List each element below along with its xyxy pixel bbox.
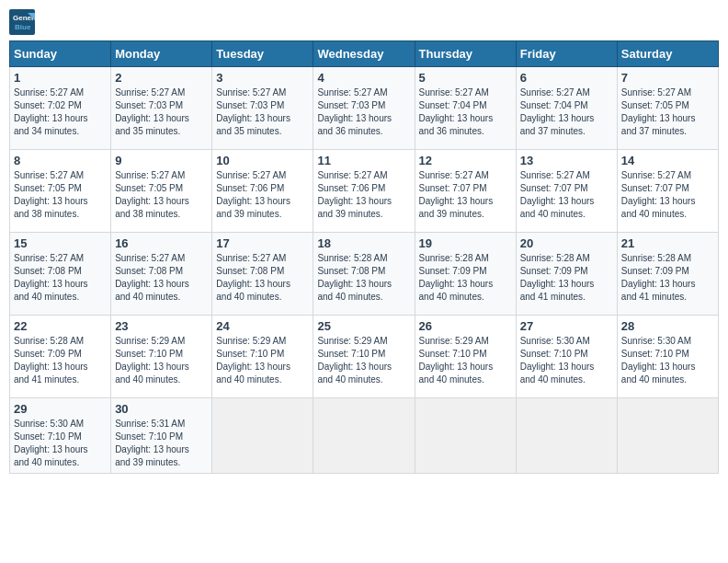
calendar-cell-1: 1Sunrise: 5:27 AM Sunset: 7:02 PM Daylig… bbox=[10, 67, 111, 150]
day-info: Sunrise: 5:28 AM Sunset: 7:09 PM Dayligh… bbox=[621, 252, 714, 304]
day-info: Sunrise: 5:31 AM Sunset: 7:10 PM Dayligh… bbox=[115, 418, 208, 469]
calendar-week-5: 29Sunrise: 5:30 AM Sunset: 7:10 PM Dayli… bbox=[10, 398, 719, 474]
day-info: Sunrise: 5:27 AM Sunset: 7:07 PM Dayligh… bbox=[520, 169, 613, 221]
day-info: Sunrise: 5:27 AM Sunset: 7:06 PM Dayligh… bbox=[317, 169, 410, 221]
day-info: Sunrise: 5:27 AM Sunset: 7:05 PM Dayligh… bbox=[115, 169, 208, 221]
day-info: Sunrise: 5:30 AM Sunset: 7:10 PM Dayligh… bbox=[14, 418, 107, 469]
day-info: Sunrise: 5:29 AM Sunset: 7:10 PM Dayligh… bbox=[419, 335, 512, 386]
day-number: 19 bbox=[419, 236, 512, 250]
day-info: Sunrise: 5:27 AM Sunset: 7:06 PM Dayligh… bbox=[216, 169, 309, 221]
day-number: 30 bbox=[115, 402, 208, 416]
svg-text:Blue: Blue bbox=[15, 23, 31, 31]
day-info: Sunrise: 5:27 AM Sunset: 7:08 PM Dayligh… bbox=[216, 252, 309, 304]
day-number: 24 bbox=[216, 319, 309, 333]
day-number: 21 bbox=[621, 236, 714, 250]
day-info: Sunrise: 5:27 AM Sunset: 7:07 PM Dayligh… bbox=[621, 169, 714, 221]
calendar-week-1: 1Sunrise: 5:27 AM Sunset: 7:02 PM Daylig… bbox=[10, 67, 719, 150]
calendar-header: SundayMondayTuesdayWednesdayThursdayFrid… bbox=[10, 41, 719, 67]
day-info: Sunrise: 5:27 AM Sunset: 7:05 PM Dayligh… bbox=[14, 169, 107, 221]
column-header-thursday: Thursday bbox=[415, 41, 516, 67]
calendar-cell-10: 10Sunrise: 5:27 AM Sunset: 7:06 PM Dayli… bbox=[212, 150, 313, 233]
day-number: 12 bbox=[419, 154, 512, 167]
calendar-cell-24: 24Sunrise: 5:29 AM Sunset: 7:10 PM Dayli… bbox=[212, 316, 313, 398]
day-number: 14 bbox=[621, 154, 714, 167]
calendar-cell-empty bbox=[313, 398, 415, 474]
day-number: 29 bbox=[14, 402, 107, 416]
day-info: Sunrise: 5:27 AM Sunset: 7:05 PM Dayligh… bbox=[621, 86, 714, 138]
day-info: Sunrise: 5:28 AM Sunset: 7:08 PM Dayligh… bbox=[317, 252, 410, 304]
column-header-sunday: Sunday bbox=[10, 41, 111, 67]
day-number: 28 bbox=[621, 319, 714, 333]
calendar-cell-2: 2Sunrise: 5:27 AM Sunset: 7:03 PM Daylig… bbox=[111, 67, 212, 150]
day-number: 27 bbox=[520, 319, 613, 333]
calendar-cell-14: 14Sunrise: 5:27 AM Sunset: 7:07 PM Dayli… bbox=[617, 150, 718, 233]
day-number: 3 bbox=[216, 71, 309, 85]
day-number: 25 bbox=[317, 319, 410, 333]
calendar-table: SundayMondayTuesdayWednesdayThursdayFrid… bbox=[9, 40, 719, 474]
column-header-friday: Friday bbox=[516, 41, 617, 67]
calendar-cell-16: 16Sunrise: 5:27 AM Sunset: 7:08 PM Dayli… bbox=[111, 233, 212, 316]
calendar-cell-3: 3Sunrise: 5:27 AM Sunset: 7:03 PM Daylig… bbox=[212, 67, 313, 150]
calendar-cell-17: 17Sunrise: 5:27 AM Sunset: 7:08 PM Dayli… bbox=[212, 233, 313, 316]
calendar-cell-21: 21Sunrise: 5:28 AM Sunset: 7:09 PM Dayli… bbox=[617, 233, 718, 316]
calendar-week-2: 8Sunrise: 5:27 AM Sunset: 7:05 PM Daylig… bbox=[10, 150, 719, 233]
day-number: 16 bbox=[115, 236, 208, 250]
day-info: Sunrise: 5:27 AM Sunset: 7:04 PM Dayligh… bbox=[520, 86, 613, 138]
day-info: Sunrise: 5:27 AM Sunset: 7:07 PM Dayligh… bbox=[419, 169, 512, 221]
day-number: 22 bbox=[14, 319, 107, 333]
day-number: 9 bbox=[115, 154, 208, 167]
calendar-cell-25: 25Sunrise: 5:29 AM Sunset: 7:10 PM Dayli… bbox=[313, 316, 415, 398]
day-number: 10 bbox=[216, 154, 309, 167]
day-info: Sunrise: 5:27 AM Sunset: 7:04 PM Dayligh… bbox=[419, 86, 512, 138]
day-number: 20 bbox=[520, 236, 613, 250]
calendar-cell-27: 27Sunrise: 5:30 AM Sunset: 7:10 PM Dayli… bbox=[516, 316, 617, 398]
calendar-cell-8: 8Sunrise: 5:27 AM Sunset: 7:05 PM Daylig… bbox=[10, 150, 111, 233]
calendar-cell-28: 28Sunrise: 5:30 AM Sunset: 7:10 PM Dayli… bbox=[617, 316, 718, 398]
calendar-cell-7: 7Sunrise: 5:27 AM Sunset: 7:05 PM Daylig… bbox=[617, 67, 718, 150]
calendar-week-4: 22Sunrise: 5:28 AM Sunset: 7:09 PM Dayli… bbox=[10, 316, 719, 398]
day-number: 8 bbox=[14, 154, 107, 167]
day-info: Sunrise: 5:29 AM Sunset: 7:10 PM Dayligh… bbox=[317, 335, 410, 386]
calendar-cell-30: 30Sunrise: 5:31 AM Sunset: 7:10 PM Dayli… bbox=[111, 398, 212, 474]
calendar-cell-6: 6Sunrise: 5:27 AM Sunset: 7:04 PM Daylig… bbox=[516, 67, 617, 150]
day-number: 13 bbox=[520, 154, 613, 167]
calendar-week-3: 15Sunrise: 5:27 AM Sunset: 7:08 PM Dayli… bbox=[10, 233, 719, 316]
calendar-cell-19: 19Sunrise: 5:28 AM Sunset: 7:09 PM Dayli… bbox=[415, 233, 516, 316]
day-number: 7 bbox=[621, 71, 714, 85]
calendar-cell-empty bbox=[415, 398, 516, 474]
logo-icon: General Blue bbox=[9, 9, 35, 35]
day-info: Sunrise: 5:28 AM Sunset: 7:09 PM Dayligh… bbox=[520, 252, 613, 304]
day-number: 1 bbox=[14, 71, 107, 85]
column-header-wednesday: Wednesday bbox=[313, 41, 415, 67]
calendar-body: 1Sunrise: 5:27 AM Sunset: 7:02 PM Daylig… bbox=[10, 67, 719, 474]
day-info: Sunrise: 5:30 AM Sunset: 7:10 PM Dayligh… bbox=[520, 335, 613, 386]
day-number: 18 bbox=[317, 236, 410, 250]
calendar-cell-22: 22Sunrise: 5:28 AM Sunset: 7:09 PM Dayli… bbox=[10, 316, 111, 398]
calendar-cell-empty bbox=[617, 398, 718, 474]
calendar-cell-11: 11Sunrise: 5:27 AM Sunset: 7:06 PM Dayli… bbox=[313, 150, 415, 233]
day-info: Sunrise: 5:27 AM Sunset: 7:03 PM Dayligh… bbox=[317, 86, 410, 138]
calendar-cell-9: 9Sunrise: 5:27 AM Sunset: 7:05 PM Daylig… bbox=[111, 150, 212, 233]
logo: General Blue bbox=[9, 9, 39, 35]
calendar-cell-empty bbox=[212, 398, 313, 474]
day-number: 5 bbox=[419, 71, 512, 85]
day-info: Sunrise: 5:27 AM Sunset: 7:03 PM Dayligh… bbox=[216, 86, 309, 138]
calendar-cell-18: 18Sunrise: 5:28 AM Sunset: 7:08 PM Dayli… bbox=[313, 233, 415, 316]
day-info: Sunrise: 5:27 AM Sunset: 7:08 PM Dayligh… bbox=[14, 252, 107, 304]
header-row: SundayMondayTuesdayWednesdayThursdayFrid… bbox=[10, 41, 719, 67]
calendar-cell-empty bbox=[516, 398, 617, 474]
calendar-cell-29: 29Sunrise: 5:30 AM Sunset: 7:10 PM Dayli… bbox=[10, 398, 111, 474]
day-number: 23 bbox=[115, 319, 208, 333]
day-info: Sunrise: 5:27 AM Sunset: 7:08 PM Dayligh… bbox=[115, 252, 208, 304]
column-header-saturday: Saturday bbox=[617, 41, 718, 67]
day-number: 6 bbox=[520, 71, 613, 85]
day-number: 4 bbox=[317, 71, 410, 85]
day-info: Sunrise: 5:28 AM Sunset: 7:09 PM Dayligh… bbox=[14, 335, 107, 386]
calendar-cell-5: 5Sunrise: 5:27 AM Sunset: 7:04 PM Daylig… bbox=[415, 67, 516, 150]
calendar-cell-13: 13Sunrise: 5:27 AM Sunset: 7:07 PM Dayli… bbox=[516, 150, 617, 233]
day-info: Sunrise: 5:30 AM Sunset: 7:10 PM Dayligh… bbox=[621, 335, 714, 386]
day-number: 17 bbox=[216, 236, 309, 250]
day-number: 26 bbox=[419, 319, 512, 333]
calendar-cell-23: 23Sunrise: 5:29 AM Sunset: 7:10 PM Dayli… bbox=[111, 316, 212, 398]
calendar-cell-12: 12Sunrise: 5:27 AM Sunset: 7:07 PM Dayli… bbox=[415, 150, 516, 233]
